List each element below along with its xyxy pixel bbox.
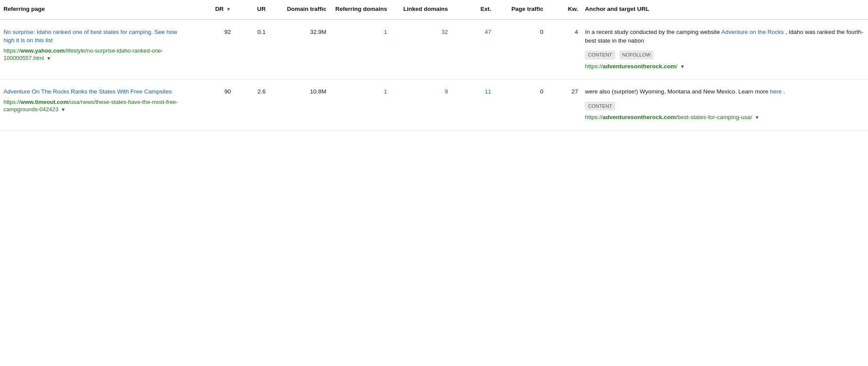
ur-cell-1: 0.1 [234, 20, 269, 80]
col-header-kw[interactable]: Kw. [547, 0, 581, 20]
target-url-2[interactable]: https://adventuresontherock.com/best-sta… [585, 113, 865, 122]
table-row: No surprise: Idaho ranked one of best st… [0, 20, 868, 80]
badge-content-2: CONTENT [585, 102, 615, 111]
target-url-1[interactable]: https://adventuresontherock.com/ ▼ [585, 62, 865, 71]
referring-page-link-1[interactable]: No surprise: Idaho ranked one of best st… [3, 29, 177, 44]
domain-traffic-cell-1: 32.9M [269, 20, 330, 80]
referring-page-url-dropdown-1[interactable]: ▼ [46, 55, 51, 62]
col-header-referring-domains[interactable]: Referring domains [330, 0, 391, 20]
target-url-link-2[interactable]: https://adventuresontherock.com/best-sta… [585, 114, 754, 120]
dr-cell-1: 92 [191, 20, 234, 80]
anchor-text-1: In a recent study conducted by the campi… [585, 28, 865, 46]
kw-cell-2: 27 [547, 80, 581, 130]
referring-page-url-dropdown-2[interactable]: ▼ [61, 106, 66, 113]
linked-domains-cell-1[interactable]: 32 [391, 20, 452, 80]
anchor-text-2: were also (surprise!) Wyoming, Montana a… [585, 87, 865, 96]
col-header-linked-domains[interactable]: Linked domains [391, 0, 452, 20]
anchor-cell-2: were also (surprise!) Wyoming, Montana a… [581, 80, 868, 130]
col-header-dr[interactable]: DR ▼ [191, 0, 234, 20]
badge-content-1: CONTENT [585, 50, 615, 60]
dr-cell-2: 90 [191, 80, 234, 130]
table-header-row: Referring page DR ▼ UR Domain traffic Re… [0, 0, 868, 20]
target-url-dropdown-1[interactable]: ▼ [680, 63, 685, 70]
col-header-referring-page[interactable]: Referring page [0, 0, 191, 20]
domain-traffic-cell-2: 10.8M [269, 80, 330, 130]
linked-domains-cell-2[interactable]: 9 [391, 80, 452, 130]
table-row: Adventure On The Rocks Ranks the States … [0, 80, 868, 130]
page-traffic-cell-1: 0 [495, 20, 547, 80]
col-header-ext[interactable]: Ext. [451, 0, 495, 20]
sort-arrow-dr: ▼ [226, 6, 231, 12]
referring-page-url-1[interactable]: https://www.yahoo.com/lifestyle/no-surpr… [3, 47, 163, 62]
referring-domains-cell-1[interactable]: 1 [330, 20, 391, 80]
ext-cell-2[interactable]: 11 [451, 80, 495, 130]
anchor-inline-link-1[interactable]: Adventure on the Rocks [721, 29, 784, 35]
anchor-cell-1: In a recent study conducted by the campi… [581, 20, 868, 80]
referring-domains-cell-2[interactable]: 1 [330, 80, 391, 130]
referring-page-url-2[interactable]: https://www.timeout.com/usa/news/these-s… [3, 99, 178, 113]
anchor-inline-link-2[interactable]: here [770, 88, 782, 95]
col-header-ur[interactable]: UR [234, 0, 269, 20]
badge-nofollow-1: NOFOLLOW [619, 50, 654, 60]
referring-page-cell-1: No surprise: Idaho ranked one of best st… [0, 20, 191, 80]
ext-cell-1[interactable]: 47 [451, 20, 495, 80]
target-url-dropdown-2[interactable]: ▼ [755, 114, 759, 121]
page-traffic-cell-2: 0 [495, 80, 547, 130]
col-header-page-traffic[interactable]: Page traffic [495, 0, 547, 20]
referring-page-cell-2: Adventure On The Rocks Ranks the States … [0, 80, 191, 130]
col-header-domain-traffic[interactable]: Domain traffic [269, 0, 330, 20]
kw-cell-1: 4 [547, 20, 581, 80]
col-header-anchor-url[interactable]: Anchor and target URL [581, 0, 868, 20]
backlinks-table: Referring page DR ▼ UR Domain traffic Re… [0, 0, 868, 131]
backlinks-table-container: Referring page DR ▼ UR Domain traffic Re… [0, 0, 868, 131]
referring-page-link-2[interactable]: Adventure On The Rocks Ranks the States … [3, 88, 172, 95]
target-url-link-1[interactable]: https://adventuresontherock.com/ [585, 63, 679, 70]
ur-cell-2: 2.6 [234, 80, 269, 130]
